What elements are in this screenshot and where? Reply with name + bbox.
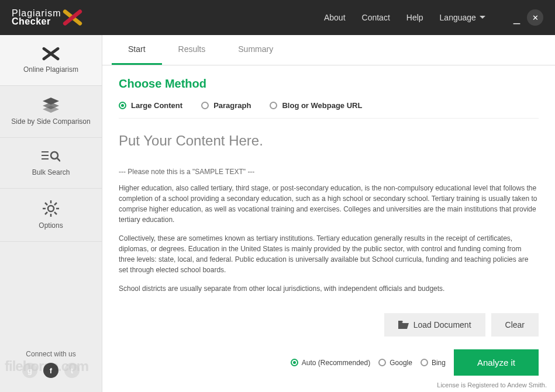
sidebar-item-label: Options: [39, 221, 63, 230]
gear-icon: [43, 200, 59, 217]
layers-icon: [43, 98, 59, 113]
radio-icon: [201, 102, 209, 109]
radio-label: Blog or Webpage URL: [282, 101, 362, 110]
sidebar-item-label: Online Plagiarism: [23, 65, 78, 74]
engine-bing[interactable]: Bing: [420, 359, 446, 367]
method-radio-group: Large Content Paragraph Blog or Webpage …: [119, 101, 539, 119]
logo-text-2: Checker: [12, 17, 61, 26]
svg-line-11: [54, 212, 57, 214]
sidebar-connect: Connect with us filehorse.com g f t: [0, 342, 102, 392]
analyze-button[interactable]: Analyze it: [454, 349, 539, 376]
radio-label: Auto (Recommended): [302, 359, 370, 367]
app-logo: Plagiarism Checker: [12, 8, 82, 27]
analyze-row: Auto (Recommended) Google Bing Analyze i…: [102, 344, 555, 380]
content-area: Choose Method Large Content Paragraph Bl…: [102, 65, 555, 306]
tab-summary[interactable]: Summary: [222, 35, 289, 65]
menu-contact[interactable]: Contact: [362, 13, 390, 22]
radio-label: Google: [389, 359, 412, 367]
menu-language-label: Language: [440, 13, 476, 22]
sidebar-item-label: Side by Side Comparison: [11, 117, 90, 126]
sidebar-item-side-by-side[interactable]: Side by Side Comparison: [0, 86, 102, 138]
sidebar-item-bulk-search[interactable]: Bulk Search: [0, 138, 102, 189]
sample-note: --- Please note this is a "SAMPLE TEXT" …: [119, 168, 539, 176]
twitter-icon[interactable]: t: [64, 363, 80, 378]
svg-line-10: [45, 203, 47, 205]
close-button[interactable]: ✕: [527, 9, 543, 26]
content-textarea[interactable]: --- Please note this is a "SAMPLE TEXT" …: [119, 168, 539, 294]
tabs: Start Results Summary: [102, 35, 555, 65]
clear-label: Clear: [505, 320, 525, 329]
tab-results[interactable]: Results: [162, 35, 222, 65]
sample-paragraph: Higher education, also called tertiary, …: [119, 183, 539, 225]
radio-icon: [291, 359, 298, 366]
analyze-label: Analyze it: [477, 358, 515, 367]
menu-language[interactable]: Language: [440, 13, 485, 22]
engine-google[interactable]: Google: [378, 359, 412, 367]
load-document-button[interactable]: Load Document: [384, 313, 485, 337]
radio-label: Large Content: [131, 101, 182, 110]
section-title: Choose Method: [119, 77, 539, 91]
method-paragraph[interactable]: Paragraph: [201, 101, 251, 110]
chevron-down-icon: [480, 16, 485, 19]
minimize-button[interactable]: _: [513, 15, 520, 20]
radio-icon: [378, 359, 386, 366]
sample-paragraph: School districts are usually separate fr…: [119, 283, 539, 294]
radio-label: Bing: [432, 359, 446, 367]
method-url[interactable]: Blog or Webpage URL: [270, 101, 362, 110]
content-heading: Put Your Content Here.: [119, 133, 539, 149]
connect-label: Connect with us: [26, 350, 75, 358]
google-plus-icon[interactable]: g: [22, 363, 37, 378]
engine-auto[interactable]: Auto (Recommended): [291, 359, 370, 367]
radio-icon: [420, 359, 428, 366]
svg-line-13: [45, 212, 47, 214]
tab-start[interactable]: Start: [112, 35, 162, 65]
svg-point-3: [51, 152, 58, 159]
svg-line-4: [57, 158, 60, 161]
bulk-search-icon: [42, 150, 60, 164]
logo-x-icon: [63, 8, 82, 27]
menu-about[interactable]: About: [324, 13, 346, 22]
radio-icon: [119, 102, 126, 109]
sidebar-item-online-plagiarism[interactable]: Online Plagiarism: [0, 35, 102, 86]
x-icon: [42, 47, 60, 61]
radio-label: Paragraph: [213, 101, 251, 110]
sidebar-item-options[interactable]: Options: [0, 189, 102, 242]
facebook-icon[interactable]: f: [43, 363, 58, 378]
svg-line-12: [54, 203, 57, 205]
header-menu: About Contact Help Language _ ✕: [324, 9, 543, 26]
folder-icon: [398, 321, 409, 329]
menu-help[interactable]: Help: [406, 13, 423, 22]
app-header: Plagiarism Checker About Contact Help La…: [0, 0, 555, 35]
license-text: License is Registered to Andew Smith.: [102, 380, 555, 392]
document-actions: Load Document Clear: [102, 306, 555, 344]
load-document-label: Load Document: [413, 320, 471, 329]
sidebar-item-label: Bulk Search: [32, 168, 70, 176]
svg-point-5: [48, 206, 54, 211]
sample-paragraph: Collectively, these are sometimes known …: [119, 233, 539, 275]
sidebar: Online Plagiarism Side by Side Compariso…: [0, 35, 102, 392]
radio-icon: [270, 102, 277, 109]
clear-button[interactable]: Clear: [491, 313, 539, 337]
main-panel: Start Results Summary Choose Method Larg…: [102, 35, 555, 392]
method-large-content[interactable]: Large Content: [119, 101, 182, 110]
